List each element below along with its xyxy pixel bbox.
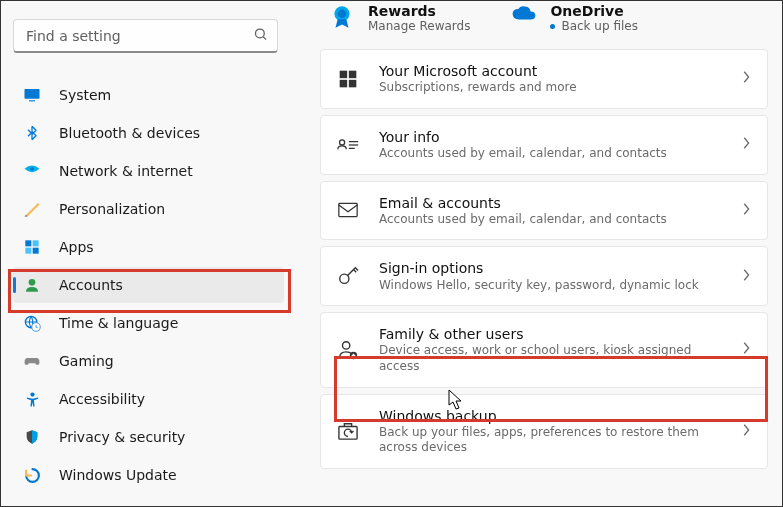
svg-point-9 bbox=[29, 279, 36, 286]
card-your-info[interactable]: Your info Accounts used by email, calend… bbox=[320, 115, 768, 175]
main-content: Rewards Manage Rewards OneDrive Back up … bbox=[296, 1, 782, 506]
header-card-title: Rewards bbox=[368, 3, 470, 19]
header-card-sub: Back up files bbox=[550, 19, 638, 33]
search-input[interactable] bbox=[13, 19, 278, 53]
card-title: Family & other users bbox=[379, 325, 721, 343]
sidebar-item-privacy[interactable]: Privacy & security bbox=[13, 419, 284, 455]
sidebar-item-label: Windows Update bbox=[59, 467, 177, 483]
card-microsoft-account[interactable]: Your Microsoft account Subscriptions, re… bbox=[320, 49, 768, 109]
header-card-rewards[interactable]: Rewards Manage Rewards bbox=[328, 3, 470, 33]
svg-rect-17 bbox=[340, 80, 348, 88]
card-email-accounts[interactable]: Email & accounts Accounts used by email,… bbox=[320, 181, 768, 241]
svg-point-25 bbox=[343, 342, 350, 349]
svg-rect-27 bbox=[339, 427, 357, 440]
sidebar-item-apps[interactable]: Apps bbox=[13, 229, 284, 265]
chevron-right-icon bbox=[741, 422, 751, 441]
mail-icon bbox=[337, 202, 359, 218]
svg-rect-5 bbox=[25, 240, 31, 246]
windows-icon bbox=[337, 69, 359, 89]
card-sub: Subscriptions, rewards and more bbox=[379, 80, 721, 96]
card-sub: Accounts used by email, calendar, and co… bbox=[379, 212, 721, 228]
sidebar-item-update[interactable]: Windows Update bbox=[13, 457, 284, 493]
sidebar-item-label: Privacy & security bbox=[59, 429, 185, 445]
sidebar-item-label: Network & internet bbox=[59, 163, 193, 179]
apps-icon bbox=[23, 238, 41, 256]
sidebar: System Bluetooth & devices Network & int… bbox=[1, 1, 296, 506]
sidebar-item-label: Time & language bbox=[59, 315, 178, 331]
sidebar-item-accessibility[interactable]: Accessibility bbox=[13, 381, 284, 417]
card-sub: Windows Hello, security key, password, d… bbox=[379, 278, 721, 294]
search-icon bbox=[253, 27, 268, 46]
svg-rect-6 bbox=[33, 240, 39, 246]
svg-rect-23 bbox=[339, 204, 357, 217]
sidebar-item-label: Personalization bbox=[59, 201, 165, 217]
backup-icon bbox=[337, 421, 359, 441]
card-sub: Device access, work or school users, kio… bbox=[379, 343, 721, 374]
person-add-icon bbox=[337, 339, 359, 361]
sidebar-item-label: Bluetooth & devices bbox=[59, 125, 200, 141]
card-windows-backup[interactable]: Windows backup Back up your files, apps,… bbox=[320, 394, 768, 469]
card-title: Email & accounts bbox=[379, 194, 721, 212]
card-title: Sign-in options bbox=[379, 259, 721, 277]
card-family-other-users[interactable]: Family & other users Device access, work… bbox=[320, 312, 768, 387]
sidebar-item-bluetooth[interactable]: Bluetooth & devices bbox=[13, 115, 284, 151]
chevron-right-icon bbox=[741, 267, 751, 286]
chevron-right-icon bbox=[741, 201, 751, 220]
status-dot-icon bbox=[550, 24, 555, 29]
id-icon bbox=[337, 136, 359, 154]
svg-line-1 bbox=[263, 37, 266, 40]
svg-rect-8 bbox=[33, 248, 39, 254]
chevron-right-icon bbox=[741, 340, 751, 359]
monitor-icon bbox=[23, 86, 41, 104]
sidebar-item-system[interactable]: System bbox=[13, 77, 284, 113]
sidebar-item-accounts[interactable]: Accounts bbox=[13, 267, 284, 303]
header-card-title: OneDrive bbox=[550, 3, 638, 19]
svg-rect-3 bbox=[29, 100, 35, 101]
key-icon bbox=[337, 265, 359, 287]
header-card-onedrive[interactable]: OneDrive Back up files bbox=[510, 3, 638, 33]
svg-rect-16 bbox=[349, 71, 357, 79]
update-icon bbox=[23, 466, 41, 484]
sidebar-item-label: System bbox=[59, 87, 111, 103]
card-sub: Back up your files, apps, preferences to… bbox=[379, 425, 721, 456]
chevron-right-icon bbox=[741, 69, 751, 88]
chevron-right-icon bbox=[741, 135, 751, 154]
card-sub: Accounts used by email, calendar, and co… bbox=[379, 146, 721, 162]
card-title: Your info bbox=[379, 128, 721, 146]
card-title: Your Microsoft account bbox=[379, 62, 721, 80]
sidebar-item-label: Gaming bbox=[59, 353, 114, 369]
svg-rect-15 bbox=[340, 71, 348, 79]
svg-rect-2 bbox=[25, 89, 40, 99]
sidebar-item-personalization[interactable]: Personalization bbox=[13, 191, 284, 227]
svg-point-12 bbox=[30, 392, 34, 396]
globe-clock-icon bbox=[23, 314, 41, 332]
shield-icon bbox=[23, 428, 41, 446]
card-signin-options[interactable]: Sign-in options Windows Hello, security … bbox=[320, 246, 768, 306]
svg-rect-7 bbox=[25, 248, 31, 254]
brush-icon bbox=[23, 200, 41, 218]
sidebar-item-time[interactable]: Time & language bbox=[13, 305, 284, 341]
gamepad-icon bbox=[23, 352, 41, 370]
sidebar-item-label: Apps bbox=[59, 239, 94, 255]
sidebar-item-gaming[interactable]: Gaming bbox=[13, 343, 284, 379]
header-card-sub: Manage Rewards bbox=[368, 19, 470, 33]
person-icon bbox=[23, 276, 41, 294]
card-title: Windows backup bbox=[379, 407, 721, 425]
svg-point-4 bbox=[30, 167, 34, 171]
cloud-icon bbox=[510, 3, 538, 31]
wifi-icon bbox=[23, 162, 41, 180]
bluetooth-icon bbox=[23, 124, 41, 142]
sidebar-item-network[interactable]: Network & internet bbox=[13, 153, 284, 189]
nav-list: System Bluetooth & devices Network & int… bbox=[13, 77, 284, 493]
rewards-icon bbox=[328, 3, 356, 31]
svg-point-19 bbox=[340, 140, 345, 145]
accessibility-icon bbox=[23, 390, 41, 408]
svg-point-14 bbox=[338, 9, 347, 18]
svg-rect-18 bbox=[349, 80, 357, 88]
search-field[interactable] bbox=[13, 19, 278, 53]
svg-point-0 bbox=[256, 29, 265, 38]
sidebar-item-label: Accounts bbox=[59, 277, 123, 293]
sidebar-item-label: Accessibility bbox=[59, 391, 145, 407]
